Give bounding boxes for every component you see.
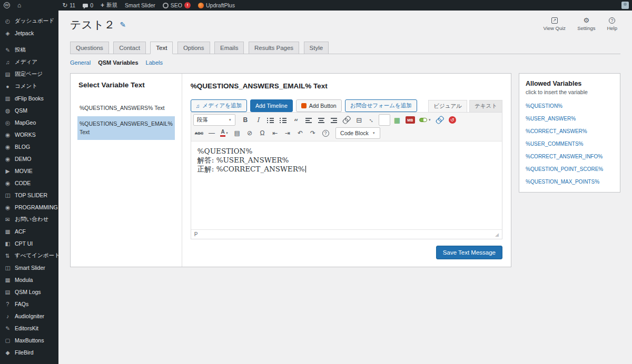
- fullscreen-button[interactable]: ↔: [366, 114, 378, 126]
- variable-item-questions-answers[interactable]: %QUESTIONS_ANSWERS% Text: [77, 100, 175, 116]
- sidebar-item-posts[interactable]: ✎投稿: [0, 44, 58, 56]
- variable-link-question-max-points[interactable]: %QUESTION_MAX_POINTS%: [526, 179, 599, 185]
- insert-link-button[interactable]: [341, 114, 352, 126]
- updraftplus-menu[interactable]: UpdraftPlus: [194, 0, 239, 11]
- plugin-red-button[interactable]: ↺: [447, 114, 458, 126]
- comments-button[interactable]: 0: [79, 0, 97, 11]
- sidebar-item-faqs[interactable]: ?FAQs: [0, 298, 58, 310]
- resize-grip[interactable]: ◢: [495, 232, 499, 237]
- tab-emails[interactable]: Emails: [214, 42, 244, 54]
- add-button-button[interactable]: Add Button: [296, 99, 342, 112]
- keyboard-shortcuts-button[interactable]: ?: [320, 127, 331, 139]
- sidebar-item-media[interactable]: ♫メディア: [0, 56, 58, 68]
- view-quiz-button[interactable]: ↗ View Quiz: [544, 17, 566, 31]
- strikethrough-button[interactable]: ABC: [193, 127, 205, 139]
- subnav-general[interactable]: General: [70, 59, 91, 66]
- sidebar-item-movie[interactable]: ▶MOVIE: [0, 165, 58, 177]
- code-block-dropdown[interactable]: Code Block ▼: [335, 127, 380, 139]
- undo-button[interactable]: ↶: [294, 127, 306, 139]
- sidebar-item-qsm[interactable]: ◍QSM: [0, 104, 58, 116]
- bold-button[interactable]: B: [240, 114, 251, 126]
- sidebar-item-blog[interactable]: ◉BLOG: [0, 140, 58, 153]
- tab-style[interactable]: Style: [304, 42, 329, 54]
- numbered-list-button[interactable]: [278, 114, 289, 126]
- user-avatar[interactable]: [621, 2, 629, 9]
- pill-plugin-button[interactable]: ▼: [418, 114, 433, 126]
- add-timeline-button[interactable]: Add Timeline: [250, 99, 293, 112]
- wp-logo-menu[interactable]: W: [0, 0, 14, 11]
- help-button[interactable]: ? Help: [607, 17, 617, 31]
- visit-site-button[interactable]: ⌂: [14, 0, 25, 11]
- sidebar-label: QSM Logs: [15, 289, 41, 295]
- subnav-labels[interactable]: Labels: [146, 59, 163, 66]
- visual-mode-tab[interactable]: ビジュアル: [428, 100, 467, 112]
- sidebar-item-mapgeo[interactable]: ◎MapGeo: [0, 116, 58, 128]
- blockquote-button[interactable]: “: [290, 114, 302, 126]
- tab-contact[interactable]: Contact: [113, 42, 146, 54]
- tablepress-button[interactable]: ▦: [391, 114, 403, 126]
- text-mode-tab[interactable]: テキスト: [469, 100, 502, 112]
- plugin-link-button[interactable]: [434, 114, 446, 126]
- variable-link-question[interactable]: %QUESTION%: [526, 103, 562, 109]
- sidebar-item-editorskit[interactable]: ✎EditorsKit: [0, 322, 58, 334]
- variable-link-user-answer[interactable]: %USER_ANSWER%: [526, 116, 576, 122]
- tab-results-pages[interactable]: Results Pages: [249, 42, 299, 54]
- more-tag-button[interactable]: ⊟: [353, 114, 365, 126]
- sidebar-item-qsm-logs[interactable]: ▤QSM Logs: [0, 286, 58, 298]
- tab-options[interactable]: Options: [177, 42, 210, 54]
- horizontal-rule-button[interactable]: —: [206, 127, 218, 139]
- edit-title-icon[interactable]: ✎: [120, 21, 126, 29]
- italic-button[interactable]: I: [252, 114, 264, 126]
- align-center-button[interactable]: [315, 114, 327, 126]
- sidebar-item-dflip-books[interactable]: ▥dFlip Books: [0, 92, 58, 104]
- smart-slider-menu[interactable]: Smart Slider: [121, 0, 159, 11]
- add-contact-form-button[interactable]: お問合せフォームを追加: [345, 99, 417, 112]
- settings-button[interactable]: ⚙ Settings: [577, 17, 595, 31]
- sidebar-item-programming[interactable]: ◉PROGRAMMING: [0, 201, 58, 213]
- sidebar-item-smart-slider[interactable]: ◫Smart Slider: [0, 261, 58, 274]
- sidebar-item-contact[interactable]: ✉お問い合わせ: [0, 213, 58, 225]
- save-text-message-button[interactable]: Save Text Message: [436, 246, 502, 259]
- sidebar-item-acf[interactable]: ▦ACF: [0, 225, 58, 237]
- tab-questions[interactable]: Questions: [70, 42, 109, 54]
- add-media-button[interactable]: ♫ メディアを追加: [191, 99, 247, 112]
- sidebar-item-demo[interactable]: ◉DEMO: [0, 153, 58, 165]
- variable-link-user-comments[interactable]: %USER_COMMENTS%: [526, 141, 583, 147]
- redo-button[interactable]: ↷: [307, 127, 319, 139]
- sidebar-item-cpt-ui[interactable]: ◧CPT UI: [0, 237, 58, 249]
- sidebar-item-dashboard[interactable]: ◴ダッシュボード: [0, 15, 58, 27]
- sidebar-item-comments[interactable]: ●コメント: [0, 80, 58, 92]
- paste-as-text-button[interactable]: ▤: [231, 127, 243, 139]
- editor-content-area[interactable]: %QUESTION% 解答: %USER_ANSWER% 正解: %CORREC…: [191, 141, 502, 229]
- variable-item-questions-answers-email[interactable]: %QUESTIONS_ANSWERS_EMAIL% Text: [77, 116, 175, 140]
- sidebar-item-filebird[interactable]: ◆FileBird: [0, 346, 58, 358]
- indent-button[interactable]: ⇥: [282, 127, 293, 139]
- maxbuttons-toolbar-button[interactable]: MB: [404, 114, 417, 126]
- sidebar-item-code[interactable]: ◉CODE: [0, 177, 58, 189]
- sidebar-item-pages[interactable]: ▤固定ページ: [0, 68, 58, 80]
- sidebar-item-modula[interactable]: ▦Modula: [0, 274, 58, 286]
- paragraph-select[interactable]: 段落 ▼: [193, 114, 235, 126]
- variable-link-question-point-score[interactable]: %QUESTION_POINT_SCORE%: [526, 166, 603, 172]
- bullet-list-button[interactable]: [265, 114, 276, 126]
- new-content-button[interactable]: + 新規: [97, 0, 121, 11]
- subnav-qsm-variables[interactable]: QSM Variables: [98, 59, 138, 66]
- variable-link-correct-answer-info[interactable]: %CORRECT_ANSWER_INFO%: [526, 154, 603, 159]
- updates-button[interactable]: ↻ 11: [58, 0, 79, 11]
- seo-menu[interactable]: SEO !: [159, 0, 194, 11]
- clear-formatting-button[interactable]: ⊘: [244, 127, 255, 139]
- text-color-button[interactable]: A▼: [219, 127, 230, 139]
- sidebar-item-maxbuttons[interactable]: ▢MaxButtons: [0, 334, 58, 346]
- special-character-button[interactable]: Ω: [256, 127, 268, 139]
- sidebar-item-works[interactable]: ◉WORKS: [0, 128, 58, 140]
- align-left-button[interactable]: [303, 114, 314, 126]
- blank-toolbar-button[interactable]: [379, 114, 390, 126]
- sidebar-item-jetpack[interactable]: ◈Jetpack: [0, 27, 58, 39]
- sidebar-item-top-slider[interactable]: ◫TOP SLIDER: [0, 189, 58, 201]
- variable-link-correct-answer[interactable]: %CORRECT_ANSWER%: [526, 128, 587, 134]
- align-right-button[interactable]: [328, 114, 340, 126]
- sidebar-item-import-all[interactable]: ⇅すべてインポート: [0, 249, 58, 261]
- sidebar-item-audioigniter[interactable]: ♪AudioIgniter: [0, 310, 58, 322]
- outdent-button[interactable]: ⇤: [269, 127, 281, 139]
- tab-text[interactable]: Text: [150, 42, 173, 54]
